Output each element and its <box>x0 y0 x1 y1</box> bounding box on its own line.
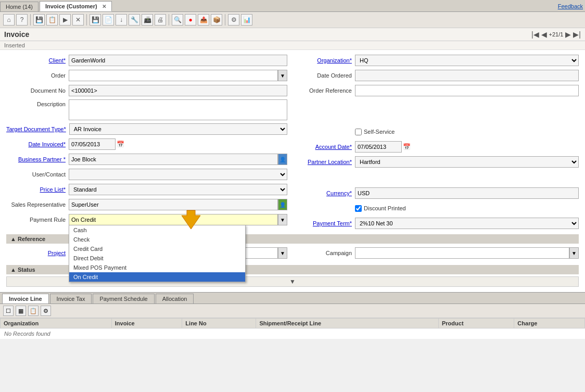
pricelist-row: Price List* Standard <box>6 183 287 196</box>
dateordered-label: Date Ordered <box>298 72 355 79</box>
dropdown-item-oncredit[interactable]: On Credit <box>69 272 245 282</box>
selfservice-label[interactable]: Self-Service <box>355 129 395 135</box>
accountdate-input[interactable] <box>355 141 402 153</box>
tab-invoice-line[interactable]: Invoice Line <box>2 294 49 304</box>
description-row: Description <box>6 99 287 120</box>
close-icon[interactable]: ✕ <box>102 4 106 9</box>
salesrep-input[interactable] <box>69 199 278 210</box>
tab-allocation[interactable]: Allocation <box>156 294 194 304</box>
selfservice-checkbox[interactable] <box>355 129 362 135</box>
project-btn[interactable]: ▼ <box>278 247 287 259</box>
selfservice-text: Self-Service <box>364 129 395 135</box>
salesrep-wrap: 👤 <box>69 199 287 210</box>
discountprinted-checkbox[interactable] <box>355 205 362 212</box>
toolbar-red-btn[interactable]: ● <box>185 14 196 26</box>
paymentrule-dropdown-btn[interactable]: ▼ <box>278 214 287 225</box>
toolbar-gear-btn[interactable]: ⚙ <box>228 14 239 26</box>
usercontact-select[interactable] <box>69 169 287 180</box>
dateordered-row: Date Ordered <box>298 69 579 82</box>
col-charge: Charge <box>514 319 585 328</box>
nav-prev-btn[interactable]: ◀ <box>541 30 547 39</box>
status-text: Inserted <box>4 42 25 48</box>
toolbar-doc-btn[interactable]: 📄 <box>103 14 114 26</box>
paymentterm-select[interactable]: 2%10 Net 30 <box>355 218 579 229</box>
scroll-arrow: ▼ <box>289 278 296 285</box>
nav-next-btn[interactable]: ▶ <box>565 30 571 39</box>
toolbar-help-btn[interactable]: ? <box>16 14 28 26</box>
toolbar-sep-1 <box>30 14 31 26</box>
pricelist-select[interactable]: Standard <box>69 184 287 195</box>
table-settings-btn[interactable]: ⚙ <box>41 306 51 316</box>
toolbar-box-btn[interactable]: 📦 <box>211 14 222 26</box>
calendar-icon-account[interactable]: 📅 <box>403 143 411 150</box>
toolbar-home-btn[interactable]: ⌂ <box>3 14 15 26</box>
org-wrap: HQ <box>355 55 579 66</box>
org-select[interactable]: HQ <box>355 55 579 66</box>
dateinvoiced-label: Date Invoiced* <box>6 141 69 147</box>
toolbar-zoom-btn[interactable]: 🔍 <box>172 14 183 26</box>
discountprinted-label[interactable]: Discount Printed <box>355 205 406 212</box>
toolbar-save-btn[interactable]: 💾 <box>33 14 45 26</box>
toolbar-chart-btn[interactable]: 📊 <box>241 14 252 26</box>
svg-marker-0 <box>182 210 200 229</box>
partnerloc-select[interactable]: Hartford <box>355 156 579 168</box>
toolbar-fax-btn[interactable]: 📠 <box>142 14 153 26</box>
docno-input[interactable] <box>69 85 287 96</box>
dropdown-item-creditcard[interactable]: Credit Card <box>69 244 245 254</box>
nav-position: +21/1 <box>549 31 564 37</box>
description-label: Description <box>6 99 69 107</box>
selfservice-row: Self-Service <box>298 125 579 138</box>
toolbar-delete-btn[interactable]: ✕ <box>72 14 84 26</box>
dropdown-item-mixedpos[interactable]: Mixed POS Payment <box>69 263 245 272</box>
paymentrule-input[interactable] <box>69 214 278 225</box>
tab-payment-schedule-label: Payment Schedule <box>99 296 147 302</box>
campaign-input[interactable] <box>355 247 569 259</box>
toolbar-upload-btn[interactable]: 📤 <box>198 14 209 26</box>
feedback-link[interactable]: Feedback <box>558 3 583 9</box>
tab-home-label: Home (14) <box>6 4 33 10</box>
client-input[interactable] <box>69 55 287 66</box>
accountdate-wrap: 📅 <box>355 141 411 153</box>
tab-allocation-label: Allocation <box>162 296 187 302</box>
spacer <box>298 99 579 125</box>
dateordered-input[interactable] <box>355 70 579 81</box>
dropdown-item-directdebit[interactable]: Direct Debit <box>69 254 245 263</box>
order-btn[interactable]: ▼ <box>278 70 287 81</box>
tab-payment-schedule[interactable]: Payment Schedule <box>93 294 154 304</box>
table-new-btn[interactable]: ☐ <box>3 306 14 316</box>
nav-last-btn[interactable]: ▶| <box>573 30 581 39</box>
orderref-label: Order Reference <box>298 87 355 94</box>
partnerloc-row: Partner Location* Hartford <box>298 156 579 168</box>
tab-invoice[interactable]: Invoice (Customer) ✕ <box>40 1 112 11</box>
calendar-icon-invoiced[interactable]: 📅 <box>117 141 124 148</box>
toolbar-down-btn[interactable]: ↓ <box>116 14 127 26</box>
campaign-btn[interactable]: ▼ <box>569 247 579 259</box>
table-grid-btn[interactable]: ▦ <box>16 306 26 316</box>
toolbar-next-btn[interactable]: ▶ <box>59 14 71 26</box>
docno-row: Document No <box>6 84 287 97</box>
bp-input[interactable] <box>69 154 278 165</box>
salesrep-btn[interactable]: 👤 <box>278 199 287 210</box>
dateinvoiced-row: Date Invoiced* 📅 <box>6 138 287 150</box>
dropdown-item-check[interactable]: Check <box>69 235 245 244</box>
paymentterm-wrap: 2%10 Net 30 <box>355 218 579 229</box>
partnerloc-label: Partner Location* <box>298 159 355 165</box>
table-form-btn[interactable]: 📋 <box>28 306 39 316</box>
currency-input[interactable] <box>355 187 579 199</box>
toolbar-disk-btn[interactable]: 💾 <box>90 14 101 26</box>
toolbar-print-btn[interactable]: 🖨 <box>155 14 166 26</box>
tab-invoice-tax[interactable]: Invoice Tax <box>50 294 92 304</box>
targetdoc-select[interactable]: AR Invoice <box>69 123 287 135</box>
bp-user-btn[interactable]: 👤 <box>278 154 287 165</box>
order-input[interactable] <box>69 70 278 81</box>
toolbar-copy-btn[interactable]: 📋 <box>46 14 58 26</box>
tab-home[interactable]: Home (14) <box>0 2 39 11</box>
dropdown-item-cash[interactable]: Cash <box>69 225 245 235</box>
description-input[interactable] <box>69 99 287 120</box>
orderref-input[interactable] <box>355 85 579 96</box>
reference-section-label: ▲ Reference <box>10 236 45 242</box>
dateinvoiced-input[interactable] <box>69 138 116 150</box>
nav-first-btn[interactable]: |◀ <box>531 30 539 39</box>
toolbar-sep-4 <box>225 14 225 26</box>
toolbar-wrench-btn[interactable]: 🔧 <box>129 14 140 26</box>
